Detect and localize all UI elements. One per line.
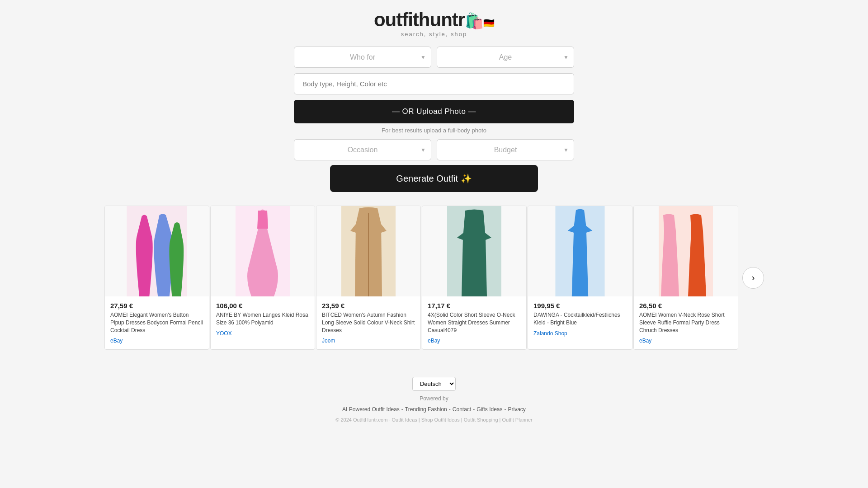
generate-button-label: Generate Outfit ✨ bbox=[396, 173, 472, 184]
product-store[interactable]: eBay bbox=[639, 338, 732, 344]
who-age-row: Who for Woman Man Girl Boy ▼ Age 18-25 2… bbox=[294, 47, 574, 68]
age-select[interactable]: Age 18-25 26-35 36-45 46-55 56+ bbox=[437, 47, 574, 68]
logo[interactable]: outfithuntr🛍️🇩🇪 bbox=[374, 9, 494, 31]
generate-outfit-button[interactable]: Generate Outfit ✨ bbox=[330, 165, 538, 192]
product-image bbox=[634, 206, 738, 296]
language-select[interactable]: Deutsch English Français Español bbox=[412, 377, 456, 391]
footer-link-separator: - bbox=[401, 406, 403, 413]
product-store[interactable]: YOOX bbox=[216, 330, 309, 337]
product-card[interactable]: 23,59 € BITCED Women's Autumn Fashion Lo… bbox=[316, 206, 421, 350]
product-image bbox=[316, 206, 420, 296]
product-store[interactable]: Zalando Shop bbox=[533, 330, 627, 337]
product-name: 4X(Solid Color Short Sleeve O-Neck Women… bbox=[428, 311, 521, 334]
body-type-input[interactable] bbox=[294, 73, 574, 94]
logo-area: outfithuntr🛍️🇩🇪 search, style, shop bbox=[374, 9, 494, 38]
product-name: AOMEI Women V-Neck Rose Short Sleeve Ruf… bbox=[639, 311, 732, 334]
upload-button-label: — OR Upload Photo — bbox=[392, 107, 476, 116]
product-price: 17,17 € bbox=[428, 302, 521, 310]
footer-links: AI Powered Outfit Ideas - Trending Fashi… bbox=[342, 406, 526, 413]
footer-link-separator: - bbox=[505, 406, 506, 413]
product-store[interactable]: eBay bbox=[428, 338, 521, 344]
occasion-budget-row: Occasion Casual Formal Party Wedding Spo… bbox=[294, 139, 574, 160]
next-products-button[interactable]: › bbox=[742, 267, 764, 289]
budget-wrapper: Budget Under 50€ 50-100€ 100-200€ 200€+ … bbox=[437, 139, 574, 160]
search-area: Who for Woman Man Girl Boy ▼ Age 18-25 2… bbox=[294, 47, 574, 160]
footer-link[interactable]: AI Powered Outfit Ideas bbox=[342, 406, 400, 413]
product-card[interactable]: 26,50 € AOMEI Women V-Neck Rose Short Sl… bbox=[633, 206, 738, 350]
next-icon: › bbox=[752, 272, 755, 283]
product-image bbox=[211, 206, 315, 296]
products-row: 27,59 € AOMEI Elegant Women's Button Pip… bbox=[104, 206, 739, 350]
logo-text: outfithuntr🛍️🇩🇪 bbox=[374, 9, 494, 30]
powered-by: Powered by bbox=[420, 395, 448, 402]
product-image bbox=[105, 206, 209, 296]
footer-link[interactable]: Trending Fashion bbox=[405, 406, 447, 413]
product-store[interactable]: eBay bbox=[110, 338, 203, 344]
occasion-select[interactable]: Occasion Casual Formal Party Wedding Spo… bbox=[294, 139, 431, 160]
product-card[interactable]: 199,95 € DAWINGA - Cocktailkleid/Festlic… bbox=[528, 206, 632, 350]
footer-link[interactable]: Privacy bbox=[508, 406, 526, 413]
footer-link[interactable]: Contact bbox=[453, 406, 471, 413]
who-for-select[interactable]: Who for Woman Man Girl Boy bbox=[294, 47, 431, 68]
product-info: 26,50 € AOMEI Women V-Neck Rose Short Sl… bbox=[634, 296, 738, 349]
product-info: 17,17 € 4X(Solid Color Short Sleeve O-Ne… bbox=[422, 296, 526, 349]
product-store[interactable]: Joom bbox=[322, 338, 415, 344]
product-card[interactable]: 17,17 € 4X(Solid Color Short Sleeve O-Ne… bbox=[422, 206, 527, 350]
product-price: 199,95 € bbox=[533, 302, 627, 310]
footer-link[interactable]: Gifts Ideas bbox=[476, 406, 502, 413]
product-price: 27,59 € bbox=[110, 302, 203, 310]
product-info: 199,95 € DAWINGA - Cocktailkleid/Festlic… bbox=[528, 296, 632, 349]
occasion-wrapper: Occasion Casual Formal Party Wedding Spo… bbox=[294, 139, 431, 160]
budget-select[interactable]: Budget Under 50€ 50-100€ 100-200€ 200€+ bbox=[437, 139, 574, 160]
footer-link-separator: - bbox=[473, 406, 475, 413]
product-card[interactable]: 106,00 € ANIYE BY Women Langes Kleid Ros… bbox=[210, 206, 315, 350]
product-name: AOMEI Elegant Women's Button Pipup Dress… bbox=[110, 311, 203, 334]
tagline: search, style, shop bbox=[374, 31, 494, 38]
product-name: ANIYE BY Women Langes Kleid Rosa Size 36… bbox=[216, 311, 309, 327]
age-wrapper: Age 18-25 26-35 36-45 46-55 56+ ▼ bbox=[437, 47, 574, 68]
product-price: 23,59 € bbox=[322, 302, 415, 310]
product-name: DAWINGA - Cocktailkleid/Festliches Kleid… bbox=[533, 311, 627, 327]
product-card[interactable]: 27,59 € AOMEI Elegant Women's Button Pip… bbox=[104, 206, 209, 350]
product-info: 27,59 € AOMEI Elegant Women's Button Pip… bbox=[105, 296, 209, 349]
who-for-wrapper: Who for Woman Man Girl Boy ▼ bbox=[294, 47, 431, 68]
footer: Deutsch English Français Español Powered… bbox=[335, 377, 533, 422]
product-price: 26,50 € bbox=[639, 302, 732, 310]
products-area: 27,59 € AOMEI Elegant Women's Button Pip… bbox=[104, 206, 764, 350]
footer-link-separator: - bbox=[449, 406, 451, 413]
footer-copyright: © 2024 OutfitHuntr.com · Outfit Ideas | … bbox=[335, 417, 533, 422]
product-price: 106,00 € bbox=[216, 302, 309, 310]
upload-photo-button[interactable]: — OR Upload Photo — bbox=[294, 100, 574, 123]
product-image bbox=[528, 206, 632, 296]
product-name: BITCED Women's Autumn Fashion Long Sleev… bbox=[322, 311, 415, 334]
product-image bbox=[422, 206, 526, 296]
product-info: 23,59 € BITCED Women's Autumn Fashion Lo… bbox=[316, 296, 420, 349]
upload-hint: For best results upload a full-body phot… bbox=[382, 127, 486, 134]
product-info: 106,00 € ANIYE BY Women Langes Kleid Ros… bbox=[211, 296, 315, 349]
